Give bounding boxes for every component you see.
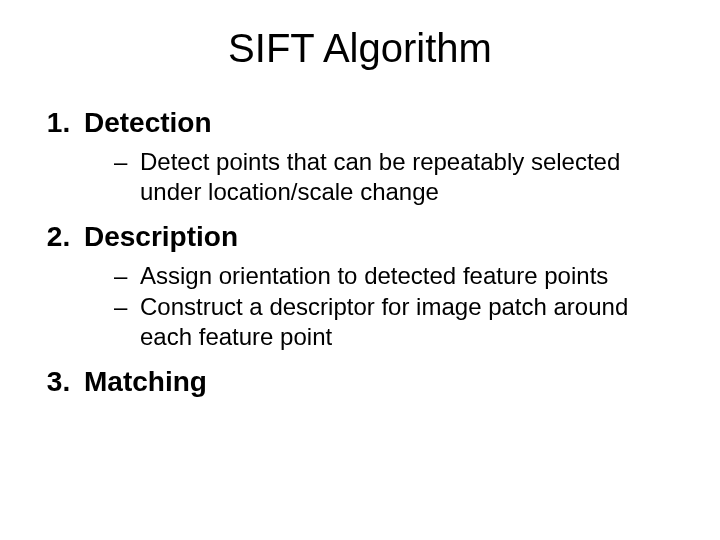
sublist: Detect points that can be repeatably sel… <box>84 147 682 207</box>
list-item: Matching <box>78 366 682 398</box>
sub-item: Assign orientation to detected feature p… <box>114 261 682 291</box>
list-item: Detection Detect points that can be repe… <box>78 107 682 207</box>
slide: SIFT Algorithm Detection Detect points t… <box>0 0 720 540</box>
item-label: Matching <box>84 366 207 397</box>
list-item: Description Assign orientation to detect… <box>78 221 682 352</box>
slide-title: SIFT Algorithm <box>38 26 682 71</box>
item-label: Description <box>84 221 238 252</box>
sublist: Assign orientation to detected feature p… <box>84 261 682 352</box>
item-label: Detection <box>84 107 212 138</box>
slide-body: Detection Detect points that can be repe… <box>38 107 682 398</box>
sub-item: Construct a descriptor for image patch a… <box>114 292 682 352</box>
sub-item: Detect points that can be repeatably sel… <box>114 147 682 207</box>
outline-list: Detection Detect points that can be repe… <box>38 107 682 398</box>
